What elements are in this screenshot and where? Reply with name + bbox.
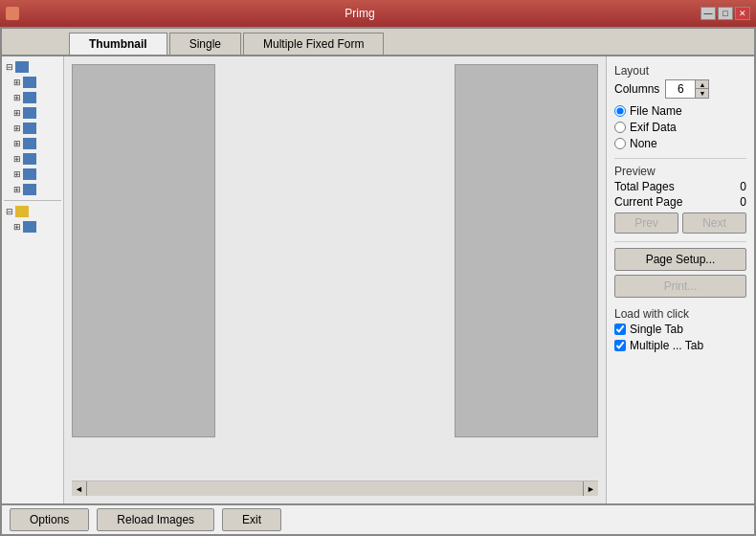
multiple-tab-input[interactable] (614, 340, 626, 351)
content-area: ⊟ ⊞ ⊞ ⊞ ⊞ ⊞ ⊞ (2, 56, 754, 503)
radio-none-label: None (630, 137, 657, 150)
expand-icon: ⊞ (13, 78, 23, 87)
item-icon-4 (23, 123, 36, 134)
single-tab-label: Single Tab (630, 323, 683, 336)
right-panel: Layout Columns ▲ ▼ File Name (606, 56, 754, 503)
sidebar-divider (4, 200, 61, 201)
thumbnail-grid (72, 64, 598, 480)
sidebar-item-5[interactable]: ⊞ (4, 137, 61, 150)
exit-button[interactable]: Exit (222, 508, 281, 531)
page-setup-button[interactable]: Page Setup... (614, 248, 746, 271)
item-icon-9 (23, 221, 36, 233)
radio-none-input[interactable] (614, 138, 626, 149)
next-button[interactable]: Next (682, 212, 746, 234)
radio-filename-label: File Name (630, 104, 682, 118)
sidebar-item-6[interactable]: ⊞ (4, 152, 61, 166)
layout-section: Layout Columns ▲ ▼ File Name (614, 64, 746, 159)
radio-filename[interactable]: File Name (614, 104, 746, 118)
columns-spinner[interactable]: ▲ ▼ (665, 79, 709, 99)
folder-icon-yellow (15, 206, 29, 217)
title-bar: Primg — □ ✕ (0, 0, 756, 27)
scroll-right-btn[interactable]: ► (583, 481, 598, 496)
radio-exifdata[interactable]: Exif Data (614, 121, 746, 134)
layout-section-label: Layout (614, 64, 746, 78)
preview-section: Preview Total Pages 0 Current Page 0 Pre… (614, 165, 746, 242)
item-icon-2 (23, 92, 36, 103)
app-icon (6, 7, 19, 20)
single-tab-checkbox[interactable]: Single Tab (614, 323, 746, 336)
sidebar-folder-2[interactable]: ⊟ (4, 205, 61, 218)
action-section: Page Setup... Print... (614, 248, 746, 298)
item-icon-8 (23, 184, 36, 195)
spin-up-button[interactable]: ▲ (696, 80, 708, 89)
reload-images-button[interactable]: Reload Images (97, 508, 214, 531)
spin-arrows: ▲ ▼ (695, 80, 708, 98)
preview-section-label: Preview (614, 165, 746, 178)
options-button[interactable]: Options (10, 508, 89, 531)
thumbnail-1[interactable] (72, 64, 215, 437)
sidebar-item-1[interactable]: ⊞ (4, 76, 61, 89)
current-page-label: Current Page (614, 195, 682, 209)
expand-icon: ⊞ (13, 139, 23, 148)
window-title: Primg (19, 7, 700, 20)
columns-label: Columns (614, 82, 659, 96)
minimize-button[interactable]: — (700, 7, 716, 20)
sidebar-item-2[interactable]: ⊞ (4, 91, 61, 104)
item-icon-1 (23, 77, 36, 88)
tab-multiple[interactable]: Multiple Fixed Form (243, 33, 384, 55)
label-radio-group: File Name Exif Data None (614, 104, 746, 150)
maximize-button[interactable]: □ (718, 7, 733, 20)
expand-icon: ⊞ (13, 169, 23, 179)
tab-thumbnail[interactable]: Thumbnail (69, 33, 167, 55)
item-icon-5 (23, 138, 36, 149)
current-page-row: Current Page 0 (614, 195, 746, 209)
close-button[interactable]: ✕ (735, 7, 750, 20)
single-tab-input[interactable] (614, 324, 626, 335)
sidebar: ⊟ ⊞ ⊞ ⊞ ⊞ ⊞ ⊞ (2, 56, 64, 503)
expand-icon: ⊞ (13, 185, 23, 194)
columns-row: Columns ▲ ▼ (614, 79, 746, 99)
sidebar-item-3[interactable]: ⊞ (4, 106, 61, 120)
folder-icon (15, 61, 29, 73)
canvas-area: ◄ ► (64, 56, 606, 503)
radio-none[interactable]: None (614, 137, 746, 150)
radio-exifdata-input[interactable] (614, 122, 626, 133)
sidebar-item-8[interactable]: ⊞ (4, 183, 61, 196)
columns-input[interactable] (666, 80, 695, 98)
expand-icon: ⊞ (13, 123, 23, 133)
main-window: Thumbnail Single Multiple Fixed Form ⊟ ⊞… (0, 27, 756, 536)
sidebar-item-9[interactable]: ⊞ (4, 220, 61, 234)
item-icon-6 (23, 153, 36, 165)
bottom-bar: Options Reload Images Exit (2, 503, 754, 534)
scroll-left-btn[interactable]: ◄ (72, 481, 87, 496)
horizontal-scrollbar[interactable]: ◄ ► (72, 480, 598, 496)
multiple-tab-label: Multiple ... Tab (630, 339, 703, 352)
expand-icon: ⊞ (13, 154, 23, 164)
title-bar-left (6, 7, 19, 20)
nav-buttons: Prev Next (614, 212, 746, 234)
sidebar-item-4[interactable]: ⊞ (4, 122, 61, 135)
expand-icon: ⊞ (13, 222, 23, 232)
thumbnail-2[interactable] (455, 64, 598, 437)
print-button[interactable]: Print... (614, 275, 746, 298)
collapse-icon: ⊟ (6, 62, 15, 72)
tab-single[interactable]: Single (169, 33, 241, 55)
sidebar-collapse[interactable]: ⊟ (4, 60, 61, 74)
window-controls: — □ ✕ (700, 7, 750, 20)
load-section-label: Load with click (614, 307, 746, 321)
current-page-value: 0 (740, 195, 746, 209)
load-section: Load with click Single Tab Multiple ... … (614, 307, 746, 355)
expand-icon-folder2: ⊟ (6, 207, 15, 216)
total-pages-row: Total Pages 0 (614, 180, 746, 193)
item-icon-7 (23, 168, 36, 180)
item-icon-3 (23, 107, 36, 119)
expand-icon: ⊞ (13, 93, 23, 102)
tab-bar: Thumbnail Single Multiple Fixed Form (2, 29, 754, 56)
multiple-tab-checkbox[interactable]: Multiple ... Tab (614, 339, 746, 352)
scrollbar-track[interactable] (87, 481, 583, 496)
sidebar-item-7[interactable]: ⊞ (4, 168, 61, 181)
radio-filename-input[interactable] (614, 105, 626, 117)
prev-button[interactable]: Prev (614, 212, 678, 234)
spin-down-button[interactable]: ▼ (696, 89, 708, 98)
expand-icon: ⊞ (13, 108, 23, 118)
